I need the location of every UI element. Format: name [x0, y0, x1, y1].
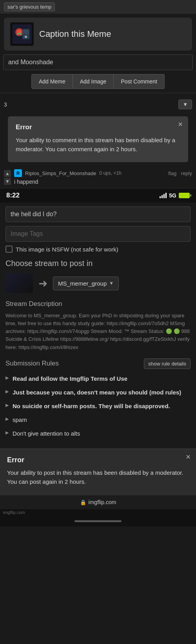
submission-rules-heading: Submission Rules	[5, 360, 59, 367]
rule-text-5: Don't give attention to alts	[13, 429, 80, 438]
rules-list: ▶ Read and follow the Imgflip Terms of U…	[5, 374, 191, 438]
list-item: ▶ Don't give attention to alts	[5, 429, 191, 438]
list-item: ▶ Read and follow the Imgflip Terms of U…	[5, 374, 191, 383]
close-bottom-error-button[interactable]: ×	[186, 453, 191, 461]
rule-text-1: Read and follow the Imgflip Terms of Use	[13, 374, 127, 383]
rule-expand-icon-2[interactable]: ▶	[5, 388, 9, 394]
nsfw-label: This image is NSFW (not safe for work)	[16, 246, 118, 253]
caption-card[interactable]: Caption this Meme	[4, 18, 192, 51]
status-time: 8:22	[6, 192, 20, 199]
error-modal-1-title: Error	[16, 123, 180, 131]
comment-body: R Riplos_Simps_For_Moonshade 0 ups, <1h …	[14, 169, 192, 185]
list-item: ▶ No suicide or self-harm posts. They wi…	[5, 402, 191, 410]
home-indicator	[0, 516, 196, 526]
rules-header: Submission Rules show rule details	[5, 358, 191, 369]
bottom-error-modal: × Error Your ability to post in this str…	[0, 449, 196, 495]
reply-link[interactable]: reply	[181, 170, 192, 176]
signal-bar-4	[165, 193, 167, 198]
divider-1	[0, 93, 196, 93]
caption-thumb	[10, 22, 34, 46]
vote-col: ▲ ▼	[4, 169, 11, 185]
lock-icon: 🔒	[80, 499, 86, 505]
add-meme-button[interactable]: Add Meme	[31, 74, 73, 89]
table-row: ▲ ▼ R Riplos_Simps_For_Moonshade 0 ups, …	[0, 166, 196, 188]
stream-description-text: Welcome to MS_memer_group. Earn your PhD…	[5, 312, 191, 351]
rule-text-4: spam	[13, 416, 27, 424]
bottom-error-text: Your ability to post in this stream has …	[7, 468, 189, 487]
post-form: the hell did I do? Image Tags This image…	[0, 203, 196, 447]
bottom-error-title: Error	[7, 456, 189, 464]
close-error-modal-1-button[interactable]: ×	[178, 120, 183, 128]
comments-list: ▲ ▼ R Riplos_Simps_For_Moonshade 0 ups, …	[0, 166, 196, 188]
upvote-button[interactable]: ▲	[4, 170, 11, 177]
comment-count-bar: 3 ▼	[0, 96, 196, 112]
rule-expand-icon-5[interactable]: ▶	[5, 429, 9, 435]
status-right: 5G	[160, 192, 190, 199]
stream-select-row: ➜ MS_memer_group ▼	[5, 273, 191, 293]
stream-dropdown[interactable]: MS_memer_group ▼	[53, 277, 119, 290]
comment-stats: 0 ups, <1h	[99, 170, 121, 176]
nsfw-row: This image is NSFW (not safe for work)	[5, 246, 191, 253]
comment-text: i happend	[14, 179, 192, 185]
battery-icon	[179, 193, 190, 198]
choose-stream-heading: Choose stream to post in	[5, 259, 191, 268]
chevron-down-icon: ▼	[109, 280, 114, 286]
signal-bar-3	[163, 194, 165, 198]
home-bar	[74, 520, 122, 522]
comment-actions: flag reply	[165, 170, 192, 176]
network-label: 5G	[169, 192, 176, 199]
top-bar: sar's grievous temp	[0, 0, 196, 14]
url-text: imgflip.com	[89, 499, 116, 505]
rule-text-2: Just because you can, doesn't mean you s…	[13, 388, 181, 396]
flag-link[interactable]: flag	[168, 170, 176, 176]
rule-text-3: No suicide or self-harm posts. They will…	[13, 402, 170, 410]
rule-expand-icon-4[interactable]: ▶	[5, 416, 9, 421]
signal-bars	[160, 193, 167, 198]
post-text-field[interactable]: the hell did I do?	[5, 206, 191, 222]
top-bar-tag: sar's grievous temp	[4, 2, 55, 11]
error-modal-1-text: Your ability to comment in this stream h…	[16, 136, 180, 154]
status-bar: 8:22 5G	[0, 188, 196, 203]
arrow-icon: ➜	[38, 277, 47, 290]
signal-bar-1	[160, 196, 161, 198]
list-item: ▶ spam	[5, 416, 191, 424]
comment-username: Riplos_Simps_For_Moonshade	[25, 170, 96, 176]
signal-bar-2	[162, 195, 163, 198]
stream-dropdown-value: MS_memer_group	[58, 280, 107, 287]
comment-count: 3	[4, 101, 7, 108]
error-modal-1: × Error Your ability to comment in this …	[8, 116, 188, 162]
stream-thumbnail	[5, 273, 33, 293]
comment-meta: R Riplos_Simps_For_Moonshade 0 ups, <1h …	[14, 169, 192, 177]
caption-title: Caption this Meme	[39, 29, 111, 39]
footer-text: imgflip.com	[3, 510, 25, 515]
downvote-button[interactable]: ▼	[4, 178, 11, 185]
browser-bar: 🔒 imgflip.com	[0, 495, 196, 509]
sort-button[interactable]: ▼	[178, 99, 192, 109]
post-comment-button[interactable]: Post Comment	[114, 74, 165, 89]
add-image-button[interactable]: Add Image	[73, 74, 114, 89]
comment-text-input[interactable]: and Moonshade	[3, 54, 193, 70]
svg-point-6	[25, 36, 27, 38]
svg-rect-5	[23, 30, 29, 34]
user-icon: R	[14, 169, 22, 177]
nsfw-checkbox[interactable]	[5, 246, 13, 253]
show-rules-button[interactable]: show rule details	[144, 358, 191, 369]
rule-expand-icon-3[interactable]: ▶	[5, 402, 9, 408]
rule-expand-icon-1[interactable]: ▶	[5, 374, 9, 380]
stream-description-heading: Stream Description	[5, 300, 191, 308]
image-tags-field[interactable]: Image Tags	[5, 226, 191, 242]
footer: imgflip.com	[0, 509, 196, 516]
list-item: ▶ Just because you can, doesn't mean you…	[5, 388, 191, 396]
action-buttons: Add Meme Add Image Post Comment	[3, 74, 193, 89]
